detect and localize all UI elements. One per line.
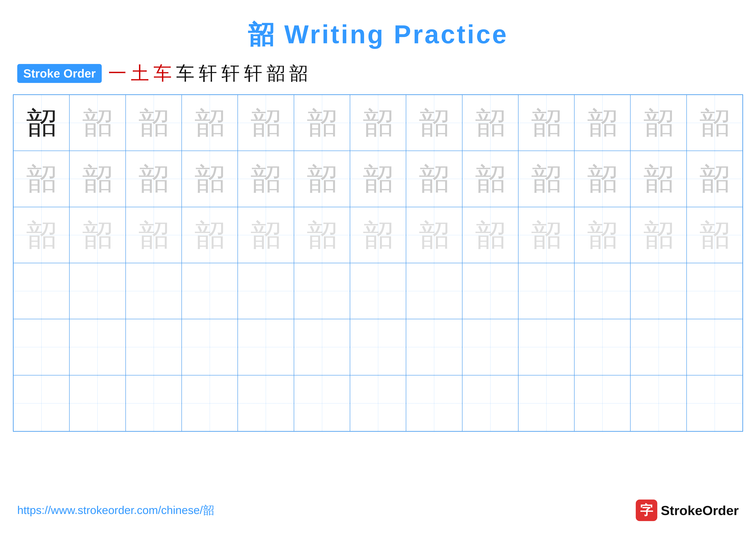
grid-cell xyxy=(238,263,294,319)
practice-char: 韶 xyxy=(419,164,449,194)
practice-char: 韶 xyxy=(475,108,505,138)
stroke-5: 轩 xyxy=(199,61,217,86)
grid-cell: 韶 xyxy=(406,151,462,207)
practice-char: 韶 xyxy=(363,108,393,138)
stroke-6: 轩 xyxy=(221,61,240,86)
grid-cell: 韶 xyxy=(126,207,182,263)
logo-text: StrokeOrder xyxy=(661,503,739,518)
grid-cell xyxy=(126,375,182,431)
practice-char: 韶 xyxy=(587,220,617,250)
practice-char: 韶 xyxy=(700,220,730,250)
grid-cell: 韶 xyxy=(238,95,294,151)
stroke-7: 轩 xyxy=(244,61,262,86)
grid-cell xyxy=(462,375,518,431)
practice-char: 韶 xyxy=(307,220,337,250)
practice-grid: 韶韶韶韶韶韶韶韶韶韶韶韶韶韶韶韶韶韶韶韶韶韶韶韶韶韶韶韶韶韶韶韶韶韶韶韶韶韶韶 xyxy=(13,94,743,432)
grid-cell xyxy=(350,319,406,375)
grid-cell: 韶 xyxy=(687,151,742,207)
grid-cell: 韶 xyxy=(687,207,742,263)
practice-char: 韶 xyxy=(643,164,674,194)
grid-cell xyxy=(687,375,742,431)
grid-cell: 韶 xyxy=(574,151,630,207)
grid-cell: 韶 xyxy=(350,151,406,207)
grid-cell: 韶 xyxy=(69,207,125,263)
practice-char: 韶 xyxy=(195,220,225,250)
grid-cell: 韶 xyxy=(182,151,238,207)
grid-cell: 韶 xyxy=(294,95,350,151)
grid-cell: 韶 xyxy=(406,95,462,151)
logo-char: 字 xyxy=(640,502,653,519)
logo-icon: 字 xyxy=(636,499,657,521)
grid-cell: 韶 xyxy=(518,151,574,207)
stroke-4: 车 xyxy=(176,61,194,86)
practice-char: 韶 xyxy=(531,164,561,194)
grid-cell xyxy=(14,263,69,319)
grid-cell xyxy=(574,375,630,431)
practice-char: 韶 xyxy=(82,164,113,194)
grid-cell: 韶 xyxy=(462,95,518,151)
practice-char: 韶 xyxy=(587,164,617,194)
practice-char: 韶 xyxy=(82,108,113,138)
practice-char: 韶 xyxy=(475,220,505,250)
grid-cell xyxy=(687,319,742,375)
practice-char: 韶 xyxy=(26,220,56,250)
grid-cell xyxy=(518,319,574,375)
grid-cell xyxy=(182,319,238,375)
footer: https://www.strokeorder.com/chinese/韶 字 … xyxy=(17,499,739,521)
practice-char: 韶 xyxy=(139,108,169,138)
stroke-9: 韶 xyxy=(289,61,308,86)
grid-cell: 韶 xyxy=(294,207,350,263)
practice-char: 韶 xyxy=(363,164,393,194)
grid-cell: 韶 xyxy=(630,95,687,151)
practice-char: 韶 xyxy=(307,164,337,194)
grid-cell: 韶 xyxy=(574,95,630,151)
grid-cell xyxy=(69,263,125,319)
stroke-8: 韶 xyxy=(267,61,285,86)
grid-cell: 韶 xyxy=(518,95,574,151)
practice-char: 韶 xyxy=(195,164,225,194)
grid-cell xyxy=(574,263,630,319)
grid-cell xyxy=(69,319,125,375)
grid-cell xyxy=(14,319,69,375)
grid-cell xyxy=(14,375,69,431)
grid-cell: 韶 xyxy=(14,151,69,207)
practice-char: 韶 xyxy=(531,108,561,138)
grid-cell xyxy=(126,319,182,375)
grid-cell xyxy=(518,375,574,431)
practice-char: 韶 xyxy=(195,108,225,138)
grid-cell: 韶 xyxy=(630,151,687,207)
grid-cell: 韶 xyxy=(182,95,238,151)
grid-cell: 韶 xyxy=(238,207,294,263)
grid-cell xyxy=(630,319,687,375)
grid-cell: 韶 xyxy=(126,95,182,151)
page-title: 韶 Writing Practice xyxy=(0,0,756,61)
grid-cell: 韶 xyxy=(14,207,69,263)
practice-char: 韶 xyxy=(700,164,730,194)
grid-cell: 韶 xyxy=(462,207,518,263)
practice-char: 韶 xyxy=(475,164,505,194)
grid-cell xyxy=(69,375,125,431)
stroke-2: 土 xyxy=(131,61,149,86)
practice-char: 韶 xyxy=(700,108,730,138)
grid-cell: 韶 xyxy=(350,95,406,151)
stroke-sequence: 一 土 车 车 轩 轩 轩 韶 韶 xyxy=(108,61,308,86)
practice-char: 韶 xyxy=(419,220,449,250)
practice-char: 韶 xyxy=(531,220,561,250)
grid-cell xyxy=(518,263,574,319)
title-label: Writing Practice xyxy=(284,20,508,49)
grid-cell: 韶 xyxy=(238,151,294,207)
practice-char: 韶 xyxy=(363,220,393,250)
practice-char: 韶 xyxy=(587,108,617,138)
grid-cell xyxy=(294,263,350,319)
stroke-order-badge: Stroke Order xyxy=(17,64,102,83)
grid-cell xyxy=(350,263,406,319)
grid-cell xyxy=(182,263,238,319)
grid-cell: 韶 xyxy=(182,207,238,263)
footer-logo: 字 StrokeOrder xyxy=(636,499,739,521)
grid-cell xyxy=(294,375,350,431)
footer-url: https://www.strokeorder.com/chinese/韶 xyxy=(17,503,214,518)
grid-cell: 韶 xyxy=(126,151,182,207)
grid-cell xyxy=(350,375,406,431)
practice-char: 韶 xyxy=(139,164,169,194)
grid-cell xyxy=(238,375,294,431)
